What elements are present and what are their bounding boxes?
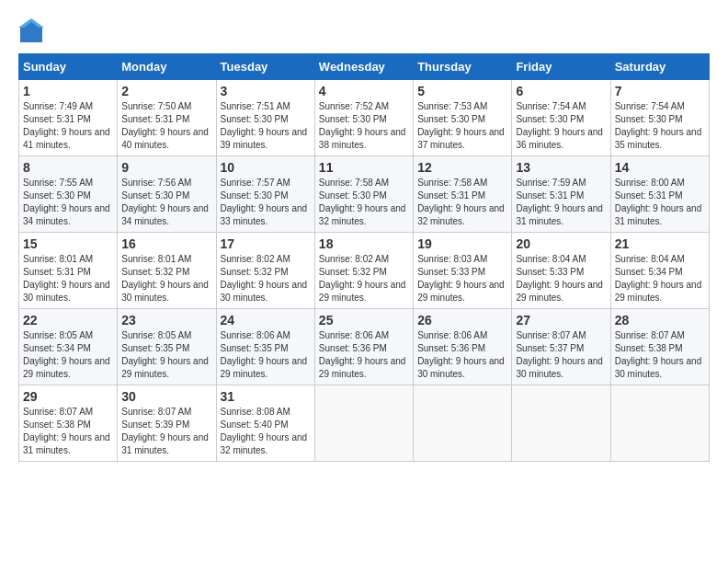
calendar-cell — [414, 385, 512, 462]
day-info: Sunrise: 8:07 AM Sunset: 5:37 PM Dayligh… — [516, 329, 606, 381]
calendar-cell: 15 Sunrise: 8:01 AM Sunset: 5:31 PM Dayl… — [19, 233, 118, 309]
day-info: Sunrise: 8:05 AM Sunset: 5:35 PM Dayligh… — [121, 329, 211, 381]
day-number: 26 — [417, 313, 507, 327]
day-info: Sunrise: 7:50 AM Sunset: 5:31 PM Dayligh… — [121, 100, 211, 152]
day-number: 22 — [23, 313, 113, 327]
calendar-cell: 1 Sunrise: 7:49 AM Sunset: 5:31 PM Dayli… — [19, 80, 118, 156]
calendar-cell: 2 Sunrise: 7:50 AM Sunset: 5:31 PM Dayli… — [118, 80, 216, 156]
day-number: 28 — [615, 313, 705, 327]
day-info: Sunrise: 7:56 AM Sunset: 5:30 PM Dayligh… — [121, 177, 211, 228]
weekday-header-monday: Monday — [118, 54, 216, 80]
calendar-cell: 12 Sunrise: 7:58 AM Sunset: 5:31 PM Dayl… — [414, 156, 512, 233]
day-number: 10 — [221, 160, 311, 175]
calendar-week-row: 29 Sunrise: 8:07 AM Sunset: 5:38 PM Dayl… — [19, 385, 710, 462]
day-info: Sunrise: 8:02 AM Sunset: 5:32 PM Dayligh… — [319, 253, 409, 304]
day-info: Sunrise: 7:54 AM Sunset: 5:30 PM Dayligh… — [516, 100, 606, 152]
weekday-header-friday: Friday — [512, 54, 610, 80]
calendar-cell: 28 Sunrise: 8:07 AM Sunset: 5:38 PM Dayl… — [610, 309, 709, 385]
calendar-cell: 10 Sunrise: 7:57 AM Sunset: 5:30 PM Dayl… — [216, 156, 314, 233]
day-number: 4 — [319, 84, 409, 98]
day-number: 13 — [516, 160, 606, 175]
weekday-header-sunday: Sunday — [19, 54, 118, 80]
calendar-cell: 26 Sunrise: 8:06 AM Sunset: 5:36 PM Dayl… — [414, 309, 512, 385]
calendar-week-row: 8 Sunrise: 7:55 AM Sunset: 5:30 PM Dayli… — [19, 156, 710, 233]
day-number: 21 — [615, 236, 705, 251]
svg-marker-0 — [20, 20, 42, 42]
day-info: Sunrise: 8:03 AM Sunset: 5:33 PM Dayligh… — [417, 253, 507, 304]
day-number: 27 — [516, 313, 606, 327]
calendar-table: SundayMondayTuesdayWednesdayThursdayFrid… — [18, 53, 710, 462]
day-info: Sunrise: 8:07 AM Sunset: 5:38 PM Dayligh… — [615, 329, 705, 381]
day-info: Sunrise: 8:06 AM Sunset: 5:36 PM Dayligh… — [417, 329, 507, 381]
calendar-cell: 14 Sunrise: 8:00 AM Sunset: 5:31 PM Dayl… — [610, 156, 709, 233]
weekday-header-saturday: Saturday — [610, 54, 709, 80]
day-info: Sunrise: 7:59 AM Sunset: 5:31 PM Dayligh… — [516, 177, 606, 228]
day-number: 19 — [417, 236, 507, 251]
day-info: Sunrise: 7:57 AM Sunset: 5:30 PM Dayligh… — [221, 177, 311, 228]
calendar-cell: 30 Sunrise: 8:07 AM Sunset: 5:39 PM Dayl… — [118, 385, 216, 462]
day-number: 6 — [516, 84, 606, 98]
calendar-cell: 31 Sunrise: 8:08 AM Sunset: 5:40 PM Dayl… — [216, 385, 314, 462]
calendar-cell: 24 Sunrise: 8:06 AM Sunset: 5:35 PM Dayl… — [216, 309, 314, 385]
day-number: 25 — [319, 313, 409, 327]
calendar-cell: 29 Sunrise: 8:07 AM Sunset: 5:38 PM Dayl… — [19, 385, 118, 462]
day-info: Sunrise: 8:07 AM Sunset: 5:38 PM Dayligh… — [23, 406, 113, 457]
day-info: Sunrise: 7:52 AM Sunset: 5:30 PM Dayligh… — [319, 100, 409, 152]
calendar-week-row: 22 Sunrise: 8:05 AM Sunset: 5:34 PM Dayl… — [19, 309, 710, 385]
page-header — [18, 18, 710, 44]
day-info: Sunrise: 8:02 AM Sunset: 5:32 PM Dayligh… — [221, 253, 311, 304]
weekday-header-tuesday: Tuesday — [216, 54, 314, 80]
calendar-cell: 6 Sunrise: 7:54 AM Sunset: 5:30 PM Dayli… — [512, 80, 610, 156]
calendar-cell: 13 Sunrise: 7:59 AM Sunset: 5:31 PM Dayl… — [512, 156, 610, 233]
calendar-week-row: 15 Sunrise: 8:01 AM Sunset: 5:31 PM Dayl… — [19, 233, 710, 309]
day-number: 12 — [417, 160, 507, 175]
calendar-cell: 21 Sunrise: 8:04 AM Sunset: 5:34 PM Dayl… — [610, 233, 709, 309]
day-number: 17 — [221, 236, 311, 251]
day-number: 7 — [615, 84, 705, 98]
day-number: 1 — [23, 84, 113, 98]
day-info: Sunrise: 8:07 AM Sunset: 5:39 PM Dayligh… — [121, 406, 211, 457]
calendar-cell: 18 Sunrise: 8:02 AM Sunset: 5:32 PM Dayl… — [314, 233, 413, 309]
calendar-cell: 9 Sunrise: 7:56 AM Sunset: 5:30 PM Dayli… — [118, 156, 216, 233]
calendar-cell: 27 Sunrise: 8:07 AM Sunset: 5:37 PM Dayl… — [512, 309, 610, 385]
day-info: Sunrise: 7:58 AM Sunset: 5:30 PM Dayligh… — [319, 177, 409, 228]
calendar-cell: 16 Sunrise: 8:01 AM Sunset: 5:32 PM Dayl… — [118, 233, 216, 309]
calendar-cell: 5 Sunrise: 7:53 AM Sunset: 5:30 PM Dayli… — [414, 80, 512, 156]
calendar-cell: 20 Sunrise: 8:04 AM Sunset: 5:33 PM Dayl… — [512, 233, 610, 309]
calendar-cell: 23 Sunrise: 8:05 AM Sunset: 5:35 PM Dayl… — [118, 309, 216, 385]
day-number: 30 — [121, 389, 211, 404]
day-info: Sunrise: 7:53 AM Sunset: 5:30 PM Dayligh… — [417, 100, 507, 152]
calendar-cell: 11 Sunrise: 7:58 AM Sunset: 5:30 PM Dayl… — [314, 156, 413, 233]
calendar-week-row: 1 Sunrise: 7:49 AM Sunset: 5:31 PM Dayli… — [19, 80, 710, 156]
day-info: Sunrise: 8:04 AM Sunset: 5:34 PM Dayligh… — [615, 253, 705, 304]
day-info: Sunrise: 8:05 AM Sunset: 5:34 PM Dayligh… — [23, 329, 113, 381]
calendar-cell: 8 Sunrise: 7:55 AM Sunset: 5:30 PM Dayli… — [19, 156, 118, 233]
day-number: 9 — [121, 160, 211, 175]
day-number: 29 — [23, 389, 113, 404]
day-info: Sunrise: 7:51 AM Sunset: 5:30 PM Dayligh… — [221, 100, 311, 152]
day-info: Sunrise: 7:54 AM Sunset: 5:30 PM Dayligh… — [615, 100, 705, 152]
day-info: Sunrise: 8:08 AM Sunset: 5:40 PM Dayligh… — [221, 406, 311, 457]
calendar-cell — [610, 385, 709, 462]
day-number: 24 — [221, 313, 311, 327]
day-info: Sunrise: 8:01 AM Sunset: 5:32 PM Dayligh… — [121, 253, 211, 304]
calendar-cell: 3 Sunrise: 7:51 AM Sunset: 5:30 PM Dayli… — [216, 80, 314, 156]
calendar-cell — [314, 385, 413, 462]
calendar-cell: 25 Sunrise: 8:06 AM Sunset: 5:36 PM Dayl… — [314, 309, 413, 385]
day-number: 20 — [516, 236, 606, 251]
calendar-cell: 22 Sunrise: 8:05 AM Sunset: 5:34 PM Dayl… — [19, 309, 118, 385]
calendar-cell: 17 Sunrise: 8:02 AM Sunset: 5:32 PM Dayl… — [216, 233, 314, 309]
calendar-cell: 4 Sunrise: 7:52 AM Sunset: 5:30 PM Dayli… — [314, 80, 413, 156]
day-number: 2 — [121, 84, 211, 98]
day-number: 11 — [319, 160, 409, 175]
day-number: 8 — [23, 160, 113, 175]
calendar-header-row: SundayMondayTuesdayWednesdayThursdayFrid… — [19, 54, 710, 80]
day-number: 31 — [221, 389, 311, 404]
day-number: 14 — [615, 160, 705, 175]
day-number: 18 — [319, 236, 409, 251]
logo-icon — [18, 18, 44, 44]
day-info: Sunrise: 7:58 AM Sunset: 5:31 PM Dayligh… — [417, 177, 507, 228]
day-number: 23 — [121, 313, 211, 327]
logo — [18, 18, 48, 44]
day-info: Sunrise: 8:00 AM Sunset: 5:31 PM Dayligh… — [615, 177, 705, 228]
